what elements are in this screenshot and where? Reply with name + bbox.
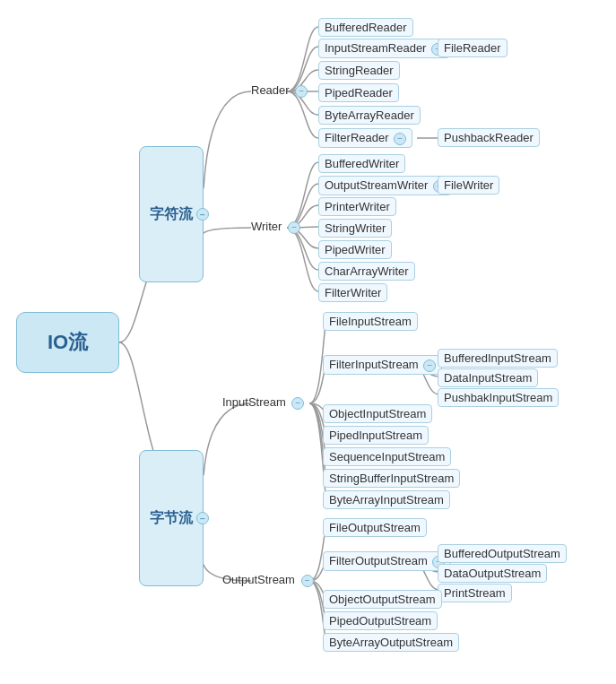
bytestream-collapse[interactable]: − — [196, 512, 209, 524]
root-node: IO流 — [16, 312, 119, 373]
stringwriter: StringWriter — [318, 219, 392, 238]
writer-node: Writer − — [251, 220, 300, 234]
stringbufferinputstream: StringBufferInputStream — [323, 469, 460, 488]
pipedreader: PipedReader — [318, 83, 399, 102]
pipedoutputstream: PipedOutputStream — [323, 611, 438, 630]
bytestream-label: 字节流 — [150, 509, 193, 528]
stringreader: StringReader — [318, 61, 400, 80]
writer-collapse[interactable]: − — [288, 221, 300, 234]
bytearrayinputstream: ByteArrayInputStream — [323, 490, 450, 509]
fileinputstream: FileInputStream — [323, 312, 418, 331]
fileoutputstream: FileOutputStream — [323, 518, 427, 537]
bufferedwriter: BufferedWriter — [318, 154, 405, 173]
reader-collapse[interactable]: − — [295, 85, 308, 98]
bufferedreader: BufferedReader — [318, 18, 413, 37]
filterinputstream-collapse[interactable]: − — [423, 359, 436, 372]
filereader: FileReader — [438, 39, 508, 57]
filteroutputstream: FilterOutputStream − — [323, 551, 451, 571]
pipedwriter: PipedWriter — [318, 240, 392, 259]
filterwriter: FilterWriter — [318, 283, 387, 302]
inputstream-label: InputStream — [222, 395, 286, 409]
bufferedoutputstream: BufferedOutputStream — [438, 544, 567, 563]
charstream-label: 字符流 — [150, 205, 193, 224]
bytearrayoutputstream: ByteArrayOutputStream — [323, 633, 459, 652]
printstream: PrintStream — [438, 584, 512, 602]
inputstreamreader: InputStreamReader − — [318, 39, 450, 58]
bytestream-node: 字节流 − — [139, 450, 204, 586]
pipedinputstream: PipedInputStream — [323, 426, 429, 445]
pushbackreader: PushbackReader — [438, 128, 540, 147]
inputstream-node: InputStream − — [222, 395, 304, 410]
inputstream-collapse[interactable]: − — [291, 397, 304, 410]
charstream-collapse[interactable]: − — [196, 208, 209, 221]
printerwriter: PrinterWriter — [318, 197, 396, 216]
filterreader: FilterReader − — [318, 128, 412, 148]
charstream-node: 字符流 − — [139, 146, 204, 282]
objectoutputstream: ObjectOutputStream — [323, 590, 442, 609]
filterinputstream: FilterInputStream − — [323, 355, 442, 375]
bytearrayreader: ByteArrayReader — [318, 106, 421, 125]
outputstream-label: OutputStream — [222, 573, 295, 586]
root-label: IO流 — [48, 329, 88, 356]
reader-label: Reader — [251, 83, 290, 97]
mind-map: IO流 字符流 − 字节流 − Reader − Writer − InputS… — [0, 0, 616, 684]
outputstream-collapse[interactable]: − — [301, 575, 314, 587]
sequenceinputstream: SequenceInputStream — [323, 447, 451, 466]
filterreader-collapse[interactable]: − — [394, 133, 406, 145]
objectinputstream: ObjectInputStream — [323, 404, 432, 423]
reader-node: Reader − — [251, 83, 308, 98]
dataoutputstream: DataOutputStream — [438, 564, 547, 583]
pushbakinputstream: PushbakInputStream — [438, 388, 559, 407]
outputstream-node: OutputStream − — [222, 573, 314, 587]
filewriter: FileWriter — [438, 176, 499, 195]
bufferedinputstream: BufferedInputStream — [438, 349, 558, 368]
writer-label: Writer — [251, 220, 282, 233]
outputstreamwriter: OutputStreamWriter − — [318, 176, 452, 195]
chararraywriter: CharArrayWriter — [318, 262, 415, 281]
datainputstream: DataInputStream — [438, 368, 538, 387]
